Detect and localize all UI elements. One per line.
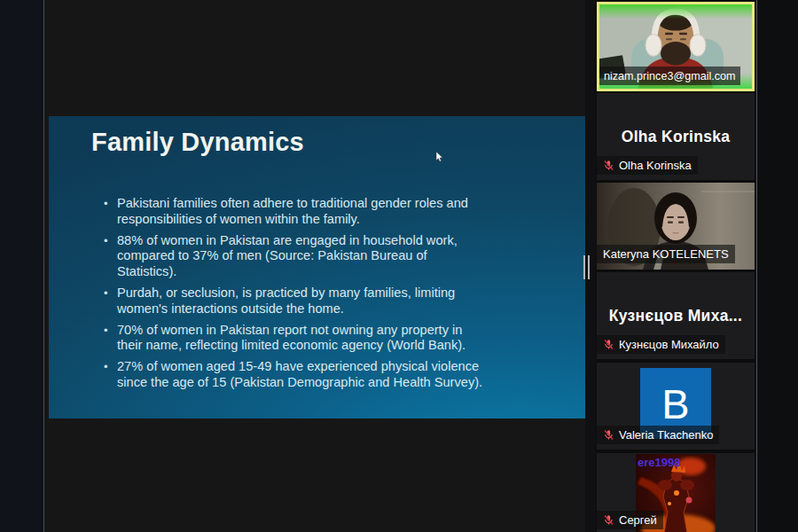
participant-tile-kuznietsov[interactable]: Кузнєцов Миха... Кузнєцов Михайло — [597, 272, 755, 359]
participant-name-chip: Valeria Tkachenko — [597, 426, 719, 444]
participant-tile-olha[interactable]: Olha Korinska Olha Korinska — [597, 93, 755, 180]
participant-tile-valeria[interactable]: B Valeria Tkachenko — [597, 363, 755, 450]
participant-tile-sergey[interactable]: ere1998 Сергей — [597, 453, 755, 532]
slide-bullet: 70% of women in Pakistan report not owni… — [104, 323, 489, 355]
right-empty-area — [757, 0, 798, 532]
participant-name-label: Olha Korinska — [619, 157, 692, 175]
participants-panel: nizam.prince3@gmail.com Olha Korinska Ol… — [596, 0, 756, 532]
slide-bullet: 88% of women in Pakistan are engaged in … — [104, 233, 489, 280]
participant-name-chip: Olha Korinska — [597, 156, 698, 175]
panel-resize-handle[interactable] — [583, 255, 591, 279]
participant-tile-kateryna[interactable]: Kateryna KOTELENETS — [597, 183, 755, 270]
mouse-cursor-icon — [435, 152, 443, 162]
slide-title: Family Dynamics — [91, 128, 304, 157]
participant-name-label: Kateryna KOTELENETS — [603, 246, 729, 263]
screen-share-stage: Family Dynamics Pakistani families often… — [44, 0, 585, 532]
muted-mic-icon — [603, 514, 614, 526]
meeting-window: Family Dynamics Pakistani families often… — [0, 0, 798, 532]
participant-name-chip: Kateryna KOTELENETS — [597, 245, 735, 263]
avatar-nickname-text: ere1998 — [638, 456, 680, 469]
participant-name-chip: nizam.prince3@gmail.com — [599, 66, 740, 85]
muted-mic-icon — [603, 429, 614, 441]
slide-bullet: 27% of women aged 15-49 have experienced… — [104, 359, 489, 391]
participant-name-label: Кузнєцов Михайло — [619, 336, 719, 354]
participant-name-chip: Сергей — [597, 511, 663, 529]
muted-mic-icon — [603, 160, 614, 171]
participant-name-label: Valeria Tkachenko — [619, 426, 713, 444]
participant-tile-nizam[interactable]: nizam.prince3@gmail.com — [597, 2, 755, 91]
presentation-slide: Family Dynamics Pakistani families often… — [49, 116, 585, 419]
muted-mic-icon — [603, 339, 614, 350]
slide-bullet: Purdah, or seclusion, is practiced by ma… — [104, 286, 489, 317]
participant-name-label: Сергей — [619, 512, 657, 529]
left-rail — [0, 0, 44, 532]
participant-name-label: nizam.prince3@gmail.com — [604, 67, 736, 85]
participant-name-chip: Кузнєцов Михайло — [597, 335, 725, 354]
slide-bullet: Pakistani families often adhere to tradi… — [104, 196, 489, 228]
slide-bullet-list: Pakistani families often adhere to tradi… — [104, 196, 489, 396]
